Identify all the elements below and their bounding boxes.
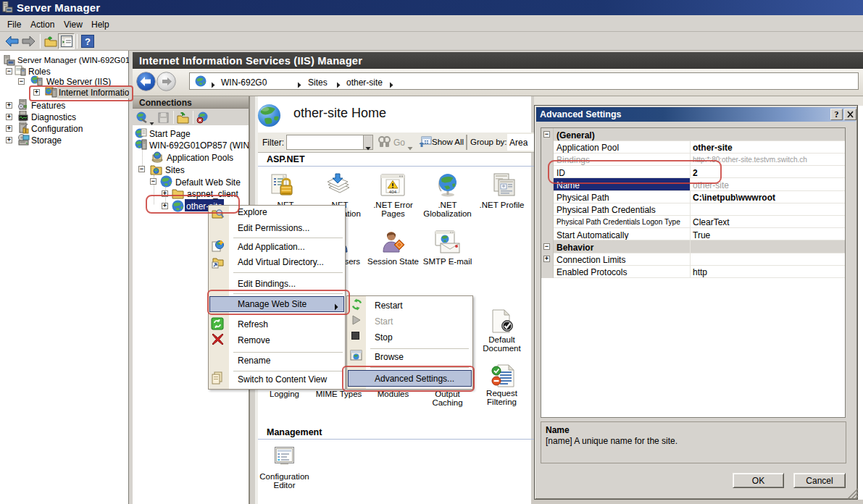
svg-text:404: 404 — [389, 189, 397, 194]
